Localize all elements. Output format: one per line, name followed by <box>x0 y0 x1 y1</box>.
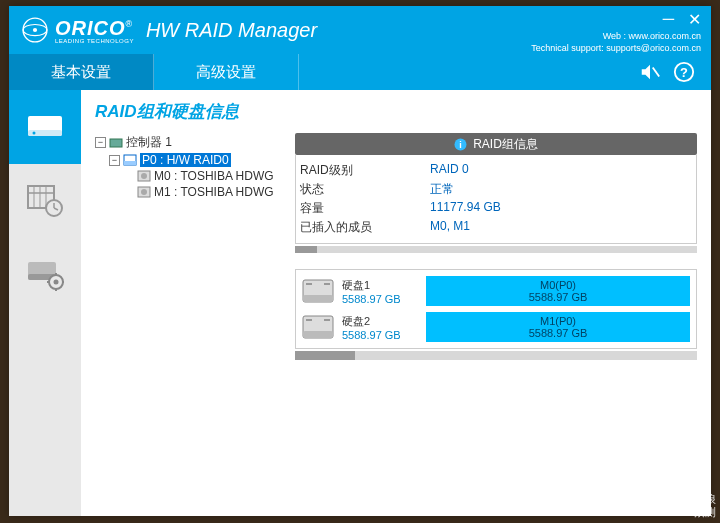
disk2-bar: M1(P0) 5588.97 GB <box>426 312 690 342</box>
app-window: ORICO® LEADING TECHNOLOGY HW RAID Manage… <box>9 6 711 516</box>
svg-point-31 <box>141 189 147 195</box>
tree-controller[interactable]: − 控制器 1 <box>95 133 285 152</box>
sidebar <box>9 90 81 516</box>
sidebar-item-schedule[interactable] <box>9 164 81 238</box>
sidebar-item-disk[interactable] <box>9 90 81 164</box>
minimize-button[interactable]: ─ <box>663 10 674 29</box>
hdd-icon <box>302 279 334 303</box>
app-title: HW RAID Manager <box>146 19 317 42</box>
disk2-size: 5588.97 GB <box>342 329 418 341</box>
tree-raid-group[interactable]: − P0 : H/W RAID0 <box>95 152 285 168</box>
svg-rect-41 <box>324 319 330 321</box>
tree-disk-m0-label: M0 : TOSHIBA HDWG <box>154 169 274 183</box>
brand-name: ORICO <box>55 17 126 39</box>
svg-point-20 <box>54 280 59 285</box>
svg-point-2 <box>33 28 37 32</box>
brand-logo: ORICO® LEADING TECHNOLOGY <box>21 16 134 44</box>
disk-row-1: 硬盘1 5588.97 GB M0(P0) 5588.97 GB <box>302 276 690 306</box>
watermark: 新浪 众测 <box>694 493 716 519</box>
info-row-members: 已插入的成员M0, M1 <box>300 218 692 237</box>
tree-raid-label: P0 : H/W RAID0 <box>140 153 231 167</box>
svg-rect-39 <box>303 331 333 338</box>
scrollbar[interactable] <box>295 246 697 253</box>
reg-mark: ® <box>126 19 133 29</box>
tabbar: 基本设置 高级设置 ? <box>9 54 711 90</box>
svg-rect-36 <box>306 283 312 285</box>
svg-line-3 <box>653 67 659 76</box>
disk1-size: 5588.97 GB <box>342 293 418 305</box>
disk1-bar-size: 5588.97 GB <box>529 291 588 303</box>
disk2-bar-label: M1(P0) <box>540 315 576 327</box>
svg-rect-37 <box>324 283 330 285</box>
controller-icon <box>109 137 123 149</box>
raid-info-table: RAID级别RAID 0 状态正常 容量11177.94 GB 已插入的成员M0… <box>295 155 697 244</box>
brand-subtitle: LEADING TECHNOLOGY <box>55 38 134 44</box>
svg-text:?: ? <box>680 65 688 80</box>
disk-row-2: 硬盘2 5588.97 GB M1(P0) 5588.97 GB <box>302 312 690 342</box>
tree-disk-m1[interactable]: M1 : TOSHIBA HDWG <box>95 184 285 200</box>
titlebar: ORICO® LEADING TECHNOLOGY HW RAID Manage… <box>9 6 711 54</box>
disk1-bar: M0(P0) 5588.97 GB <box>426 276 690 306</box>
disk-list: 硬盘1 5588.97 GB M0(P0) 5588.97 GB 硬盘 <box>295 269 697 349</box>
svg-rect-35 <box>303 295 333 302</box>
section-title: RAID组和硬盘信息 <box>95 100 697 123</box>
disk-settings-icon <box>26 258 64 292</box>
raid-info-header: i RAID组信息 <box>295 133 697 155</box>
svg-point-29 <box>141 173 147 179</box>
scrollbar[interactable] <box>295 351 697 360</box>
svg-rect-40 <box>306 319 312 321</box>
disk2-name: 硬盘2 <box>342 314 418 329</box>
svg-rect-25 <box>110 139 122 147</box>
content-area: RAID组和硬盘信息 − 控制器 1 − P0 : H/W RAID0 <box>81 90 711 516</box>
hdd-icon <box>137 186 151 198</box>
info-row-status: 状态正常 <box>300 180 692 199</box>
support-email: Technical support: supports@orico.com.cn <box>531 43 701 55</box>
web-url: Web : www.orico.com.cn <box>531 31 701 43</box>
schedule-icon <box>26 184 64 218</box>
tree-collapse-icon[interactable]: − <box>95 137 106 148</box>
tree-controller-label: 控制器 1 <box>126 134 172 151</box>
tree-disk-m0[interactable]: M0 : TOSHIBA HDWG <box>95 168 285 184</box>
tab-advanced[interactable]: 高级设置 <box>154 54 299 90</box>
raid-icon <box>123 154 137 166</box>
mute-icon[interactable] <box>639 61 661 83</box>
info-icon: i <box>454 138 467 151</box>
tree-panel: − 控制器 1 − P0 : H/W RAID0 M0 : TOSHIBA HD… <box>95 133 285 360</box>
help-icon[interactable]: ? <box>673 61 695 83</box>
disk-icon <box>26 112 64 142</box>
hdd-icon <box>302 315 334 339</box>
close-button[interactable]: ✕ <box>688 10 701 29</box>
info-panel: i RAID组信息 RAID级别RAID 0 状态正常 容量11177.94 G… <box>295 133 697 360</box>
svg-point-8 <box>33 132 36 135</box>
info-row-capacity: 容量11177.94 GB <box>300 199 692 218</box>
info-row-level: RAID级别RAID 0 <box>300 161 692 180</box>
raid-info-title: RAID组信息 <box>473 136 538 153</box>
svg-text:i: i <box>459 140 462 150</box>
tab-basic[interactable]: 基本设置 <box>9 54 154 90</box>
hdd-icon <box>137 170 151 182</box>
svg-rect-27 <box>124 161 136 165</box>
sidebar-item-disk-settings[interactable] <box>9 238 81 312</box>
tree-collapse-icon[interactable]: − <box>109 155 120 166</box>
disk1-name: 硬盘1 <box>342 278 418 293</box>
orico-logo-icon <box>21 16 49 44</box>
tree-disk-m1-label: M1 : TOSHIBA HDWG <box>154 185 274 199</box>
disk1-bar-label: M0(P0) <box>540 279 576 291</box>
disk2-bar-size: 5588.97 GB <box>529 327 588 339</box>
